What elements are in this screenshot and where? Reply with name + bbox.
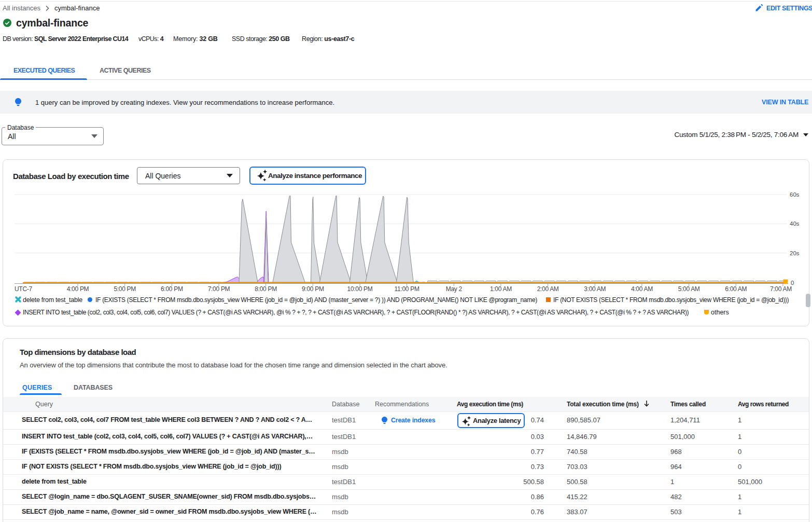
svg-text:7:00 AM: 7:00 AM [770,285,792,293]
svg-text:7:00 PM: 7:00 PM [208,285,230,293]
svg-text:60s: 60s [790,191,800,198]
svg-text:8:00 PM: 8:00 PM [255,285,277,293]
svg-text:40s: 40s [790,221,800,227]
svg-text:6:00 PM: 6:00 PM [161,285,183,293]
svg-text:20s: 20s [790,250,800,256]
svg-text:UTC-7: UTC-7 [15,285,32,293]
svg-text:1:00 AM: 1:00 AM [490,285,512,293]
svg-text:11:00 PM: 11:00 PM [395,285,419,293]
svg-text:5:00 PM: 5:00 PM [114,285,136,293]
svg-text:0: 0 [791,280,794,286]
svg-text:3:00 AM: 3:00 AM [584,285,606,293]
svg-text:10:00 PM: 10:00 PM [347,285,373,293]
svg-text:4:00 PM: 4:00 PM [67,285,89,293]
svg-text:May 2: May 2 [446,285,463,293]
svg-text:9:00 PM: 9:00 PM [302,285,324,293]
svg-text:4:00 AM: 4:00 AM [631,285,653,293]
svg-text:6:00 AM: 6:00 AM [725,285,747,293]
svg-text:5:00 AM: 5:00 AM [678,285,700,293]
svg-text:2:00 AM: 2:00 AM [537,285,559,293]
